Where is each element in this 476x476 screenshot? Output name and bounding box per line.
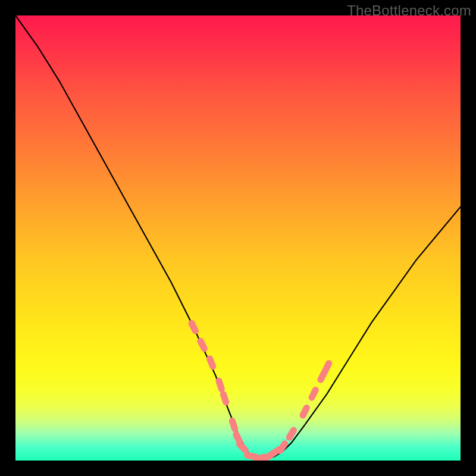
svg-line-6 bbox=[236, 434, 240, 442]
svg-line-12 bbox=[280, 444, 285, 451]
svg-line-8 bbox=[248, 455, 256, 457]
chart-plot-area bbox=[15, 15, 461, 461]
watermark-text: TheBottleneck.com bbox=[347, 2, 471, 19]
svg-line-4 bbox=[223, 394, 226, 402]
svg-line-11 bbox=[273, 449, 280, 454]
svg-line-13 bbox=[289, 430, 293, 437]
curve-markers bbox=[192, 323, 329, 459]
svg-line-17 bbox=[325, 364, 329, 371]
svg-line-14 bbox=[303, 408, 306, 416]
svg-line-15 bbox=[312, 390, 315, 398]
svg-line-1 bbox=[201, 341, 204, 349]
svg-line-9 bbox=[256, 457, 265, 459]
svg-line-3 bbox=[219, 381, 221, 389]
bottleneck-curve bbox=[15, 15, 461, 458]
svg-line-7 bbox=[240, 444, 246, 450]
svg-line-2 bbox=[210, 359, 213, 367]
svg-line-16 bbox=[321, 372, 324, 380]
svg-line-10 bbox=[266, 454, 273, 459]
chart-svg bbox=[15, 15, 461, 461]
svg-line-0 bbox=[192, 323, 195, 331]
svg-line-5 bbox=[232, 421, 234, 429]
